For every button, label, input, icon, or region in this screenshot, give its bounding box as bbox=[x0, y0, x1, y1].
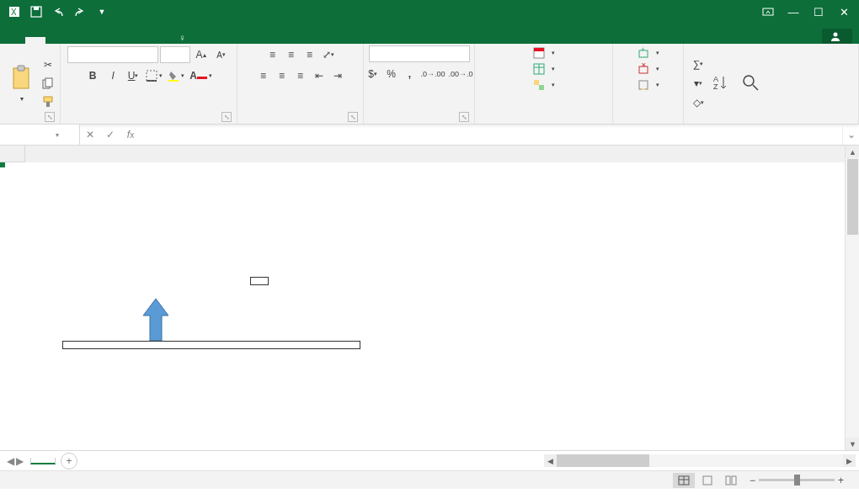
cut-icon[interactable]: ✂ bbox=[40, 56, 56, 73]
formula-input[interactable] bbox=[141, 129, 842, 141]
tab-page-layout[interactable] bbox=[66, 37, 86, 44]
delete-cells[interactable]: ✕▾ bbox=[634, 61, 663, 77]
insert-cells[interactable]: +▾ bbox=[634, 45, 663, 61]
scroll-left-icon[interactable]: ◀ bbox=[544, 454, 557, 467]
percent-icon[interactable]: % bbox=[382, 66, 399, 82]
url-annotation bbox=[250, 277, 269, 285]
zoom-slider[interactable] bbox=[759, 479, 835, 481]
tab-file[interactable] bbox=[5, 37, 25, 44]
tab-data[interactable] bbox=[106, 37, 126, 44]
zoom-in-icon[interactable]: + bbox=[838, 475, 844, 486]
normal-view-icon[interactable] bbox=[673, 473, 695, 488]
cell-styles[interactable]: ▾ bbox=[530, 77, 558, 93]
font-name-combo[interactable] bbox=[67, 46, 158, 63]
sheet-nav-next-icon[interactable]: ▶ bbox=[16, 455, 24, 467]
share-button[interactable] bbox=[822, 29, 852, 44]
italic-icon[interactable]: I bbox=[104, 67, 121, 84]
underline-icon[interactable]: U ▾ bbox=[125, 67, 141, 84]
qat-customize-icon[interactable]: ▼ bbox=[93, 3, 111, 21]
sort-filter-button[interactable]: AZ bbox=[707, 72, 736, 95]
fx-icon[interactable]: fx bbox=[120, 129, 141, 141]
zoom-out-icon[interactable]: − bbox=[750, 475, 755, 486]
format-as-table[interactable]: ▾ bbox=[530, 61, 558, 77]
alignment-dialog-icon[interactable]: ⤡ bbox=[348, 112, 358, 122]
scroll-up-icon[interactable]: ▲ bbox=[846, 146, 859, 158]
app-icon[interactable]: X bbox=[5, 3, 24, 21]
minimize-icon[interactable]: — bbox=[783, 3, 803, 21]
worksheet-grid: ▲ ▼ bbox=[0, 146, 859, 450]
svg-marker-33 bbox=[143, 299, 168, 341]
cancel-formula-icon[interactable]: ✕ bbox=[80, 129, 100, 141]
sheet-nav-prev-icon[interactable]: ◀ bbox=[7, 455, 14, 467]
fill-icon[interactable]: ▾▾ bbox=[690, 75, 707, 92]
scroll-right-icon[interactable]: ▶ bbox=[843, 454, 856, 467]
number-format-combo[interactable] bbox=[369, 45, 470, 62]
sheet-tab-sheet1[interactable] bbox=[30, 458, 56, 464]
tab-review[interactable] bbox=[126, 37, 147, 44]
align-left-icon[interactable]: ≡ bbox=[255, 67, 272, 84]
vscroll-thumb[interactable] bbox=[847, 159, 858, 235]
bold-icon[interactable]: B bbox=[84, 67, 101, 84]
align-right-icon[interactable]: ≡ bbox=[292, 67, 309, 84]
page-break-view-icon[interactable] bbox=[720, 473, 742, 488]
format-cells[interactable]: ▾ bbox=[634, 77, 663, 93]
decrease-indent-icon[interactable]: ⇤ bbox=[311, 67, 328, 84]
sign-in[interactable] bbox=[807, 34, 817, 38]
comma-icon[interactable]: , bbox=[401, 66, 418, 82]
align-bottom-icon[interactable]: ≡ bbox=[301, 46, 318, 63]
border-icon[interactable]: ▾ bbox=[145, 67, 163, 84]
group-number: $▾ % , .0→.00 .00→.0 ⤡ bbox=[364, 44, 475, 124]
svg-rect-7 bbox=[13, 68, 29, 88]
autosum-icon[interactable]: ∑▾ bbox=[690, 56, 707, 72]
fill-handle[interactable] bbox=[0, 162, 5, 167]
undo-icon[interactable] bbox=[49, 3, 67, 21]
fill-color-icon[interactable]: ▾ bbox=[167, 67, 185, 84]
increase-decimal-icon[interactable]: .0→.00 bbox=[419, 66, 446, 82]
accounting-icon[interactable]: $▾ bbox=[364, 66, 381, 82]
conditional-formatting[interactable]: ▾ bbox=[530, 45, 558, 61]
name-box-input[interactable] bbox=[5, 129, 56, 141]
font-dialog-icon[interactable]: ⤡ bbox=[221, 112, 232, 122]
clear-icon[interactable]: ◇▾ bbox=[690, 94, 707, 111]
align-middle-icon[interactable]: ≡ bbox=[283, 46, 300, 63]
horizontal-scrollbar[interactable]: ◀ ▶ bbox=[77, 454, 859, 467]
tab-home[interactable] bbox=[25, 37, 45, 44]
expand-formula-bar-icon[interactable]: ⌄ bbox=[842, 125, 859, 145]
increase-font-icon[interactable]: A▴ bbox=[193, 46, 210, 63]
svg-rect-11 bbox=[44, 97, 52, 102]
hscroll-thumb[interactable] bbox=[557, 454, 649, 467]
font-color-icon[interactable]: A▾ bbox=[189, 67, 213, 84]
page-layout-view-icon[interactable] bbox=[696, 473, 718, 488]
tab-view[interactable] bbox=[147, 37, 167, 44]
enter-formula-icon[interactable]: ✓ bbox=[100, 129, 120, 141]
clipboard-dialog-icon[interactable]: ⤡ bbox=[45, 112, 55, 122]
number-dialog-icon[interactable]: ⤡ bbox=[459, 112, 469, 122]
scroll-down-icon[interactable]: ▼ bbox=[846, 438, 859, 450]
maximize-icon[interactable]: ☐ bbox=[808, 3, 829, 21]
tab-formulas[interactable] bbox=[86, 37, 106, 44]
vertical-scrollbar[interactable]: ▲ ▼ bbox=[845, 146, 859, 450]
select-all-button[interactable] bbox=[0, 146, 25, 162]
format-painter-icon[interactable] bbox=[40, 93, 56, 110]
decrease-font-icon[interactable]: A▾ bbox=[213, 46, 230, 63]
increase-indent-icon[interactable]: ⇥ bbox=[329, 67, 346, 84]
font-size-combo[interactable] bbox=[160, 46, 190, 63]
name-box[interactable]: ▾ bbox=[0, 125, 80, 145]
cond-format-icon bbox=[533, 47, 545, 59]
close-icon[interactable]: ✕ bbox=[834, 3, 854, 21]
copy-icon[interactable] bbox=[40, 75, 56, 92]
svg-text:X: X bbox=[11, 8, 17, 17]
align-center-icon[interactable]: ≡ bbox=[274, 67, 291, 84]
save-icon[interactable] bbox=[27, 3, 45, 21]
zoom-handle[interactable] bbox=[794, 475, 800, 485]
ribbon-options-icon[interactable] bbox=[758, 3, 778, 21]
tab-insert[interactable] bbox=[45, 37, 66, 44]
redo-icon[interactable] bbox=[71, 3, 89, 21]
new-sheet-button[interactable]: + bbox=[61, 453, 77, 470]
orientation-icon[interactable]: ⤢▾ bbox=[320, 46, 337, 63]
align-top-icon[interactable]: ≡ bbox=[264, 46, 281, 63]
find-select-button[interactable] bbox=[736, 72, 765, 95]
tell-me[interactable]: ♀ bbox=[167, 32, 186, 44]
decrease-decimal-icon[interactable]: .00→.0 bbox=[448, 66, 474, 82]
paste-button[interactable]: ▾ bbox=[5, 63, 39, 104]
